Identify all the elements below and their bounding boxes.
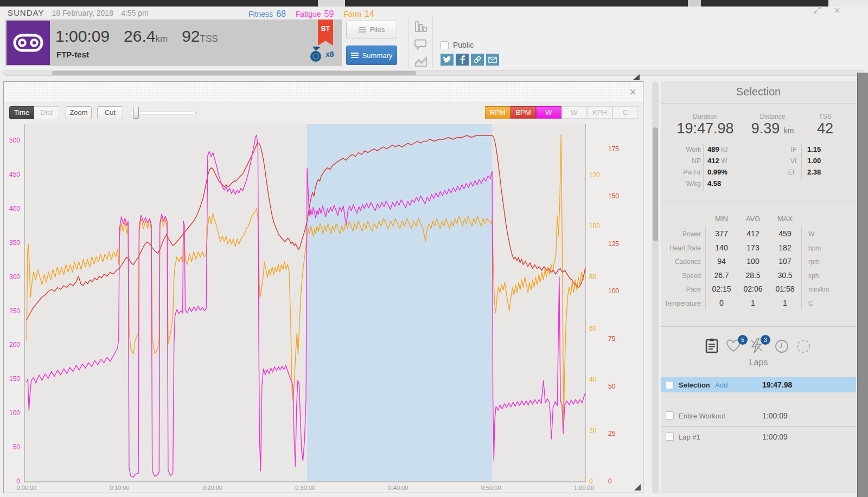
heart_rate-axis-tick-label: 150: [608, 192, 619, 200]
lap-row-lap1[interactable]: Lap #1 1:00:09: [661, 428, 856, 446]
cadence-axis-tick-label: 40: [589, 376, 597, 383]
comment-icon[interactable]: [414, 38, 427, 51]
fatigue-label: Fatigue: [296, 10, 321, 18]
heart_rate-axis-tick-label: 50: [608, 383, 616, 390]
cadence-axis-tick-label: 20: [589, 427, 597, 434]
twitter-share-button[interactable]: [441, 54, 454, 66]
resize-grip-top[interactable]: [633, 74, 640, 80]
files-button[interactable]: Files: [346, 21, 397, 38]
tss-value: 92: [182, 27, 200, 45]
x-axis-tick-label: 0:20:00: [202, 485, 222, 491]
power-axis-tick-label: 250: [9, 307, 20, 315]
stat-label-if: IF: [756, 146, 796, 153]
lap-row-selection[interactable]: Selection Add 19:47.98: [661, 377, 856, 392]
heart_rate-axis-tick-label: 125: [608, 240, 619, 248]
facebook-share-button[interactable]: [456, 54, 469, 66]
lap-selection-checkbox[interactable]: [666, 381, 674, 389]
power-axis-tick-label: 200: [9, 341, 20, 348]
stat-value-if: 1.15: [807, 145, 821, 153]
link-share-button[interactable]: [471, 54, 484, 66]
date-label: 18 February, 2018: [52, 9, 113, 17]
workout-title: FTP-test: [56, 50, 89, 59]
selection-sidebar: Selection Duration 19:47.98 Distance 9.3…: [661, 81, 856, 493]
fatigue-value: 59: [324, 9, 334, 18]
expand-icon[interactable]: [813, 5, 822, 15]
minmax-max-pace: 01:58: [770, 285, 800, 293]
bar-chart-icon[interactable]: [414, 20, 427, 34]
minmax-min-cadence: 94: [706, 257, 737, 266]
email-share-button[interactable]: [486, 54, 499, 66]
app-window: × SUNDAY 18 February, 2018 4:55 pm Fitne…: [0, 0, 868, 497]
minmax-header-avg: AVG: [738, 215, 768, 223]
selection-tss-value: 42: [803, 120, 847, 137]
files-button-label: Files: [370, 25, 385, 34]
share-buttons: [441, 54, 499, 66]
minmax-min-temperature: 0: [706, 299, 737, 307]
medal-count: x8: [326, 50, 334, 59]
view-icons-column: [408, 16, 433, 68]
stat-label-np: NP: [661, 157, 701, 165]
date-line: SUNDAY 18 February, 2018 4:55 pm: [8, 8, 149, 17]
distance-label: Distance: [744, 113, 801, 120]
x-axis-tick-label: 0:50:00: [481, 485, 501, 491]
minmax-unit-pace: min/km: [808, 286, 829, 293]
selection-duration-value: 19:47.98: [668, 120, 742, 137]
heart_rate-axis-tick-label: 175: [608, 145, 619, 153]
minmax-unit-temperature: C: [808, 300, 813, 307]
horizontal-scrollbar[interactable]: [3, 70, 865, 76]
clock-icon[interactable]: [775, 339, 789, 353]
sidebar-title: Selection: [661, 86, 856, 98]
tss-unit: TSS: [200, 34, 218, 44]
chart-selection-region[interactable]: [307, 124, 492, 481]
divider: [801, 227, 802, 309]
notes-icon[interactable]: [705, 338, 718, 353]
lap-add-link[interactable]: Add: [715, 381, 727, 389]
minmax-max-speed: 30.5: [770, 271, 800, 280]
stat-label-w/kg: W/kg: [661, 180, 701, 188]
lap1-checkbox[interactable]: [666, 433, 674, 441]
weekday-label: SUNDAY: [8, 8, 44, 17]
minmax-avg-heart-rate: 173: [738, 243, 768, 252]
heart_rate-axis-tick-label: 0: [608, 477, 612, 485]
dashed-circle-icon[interactable]: [796, 339, 810, 353]
close-icon[interactable]: ×: [832, 5, 842, 15]
horizontal-scrollbar-thumb[interactable]: [52, 71, 416, 75]
mail-icon: [488, 56, 497, 63]
minmax-label-cadence: Cadence: [658, 258, 701, 266]
minmax-header-max: MAX: [770, 215, 800, 223]
laps-title: Laps: [661, 358, 856, 367]
minmax-unit-speed: kph: [808, 272, 819, 280]
entire-workout-checkbox[interactable]: [666, 411, 674, 419]
public-checkbox[interactable]: [441, 41, 449, 49]
chainlink-icon: [12, 33, 44, 53]
workout-chart[interactable]: 0501001502002503003504004505000204060801…: [4, 82, 643, 493]
heart_rate-axis-tick-label: 25: [608, 430, 616, 437]
x-axis-tick-label: 1:00:00: [574, 485, 594, 491]
summary-button[interactable]: Summary: [346, 46, 397, 65]
vertical-scrollbar-thumb[interactable]: [653, 127, 658, 241]
fitness-value: 68: [276, 9, 286, 18]
power-axis-tick-label: 50: [13, 443, 21, 451]
lap-row-entire-workout[interactable]: Entire Workout 1:00:09: [661, 407, 856, 424]
duration-value: 1:00:09: [55, 27, 110, 45]
stat-label-ef: EF: [756, 169, 796, 176]
heart_rate-axis-tick-label: 75: [608, 335, 616, 343]
minmax-avg-temperature: 1: [738, 299, 768, 307]
selection-distance-value: 9.39 km: [742, 120, 803, 137]
chart-panel: × Time Dist Zoom Cut RPMBPMWWKPHC 050100…: [3, 81, 643, 493]
window-right-strip: [857, 73, 868, 497]
resize-grip-bottom-right[interactable]: [634, 484, 641, 490]
trend-chart-icon[interactable]: [414, 55, 427, 68]
fitness-label: Fitness: [248, 10, 273, 18]
window-top-notch: [318, 0, 345, 7]
minmax-min-power: 377: [706, 229, 737, 238]
minmax-max-heart-rate: 182: [770, 243, 800, 252]
minmax-label-temperature: Temperature: [658, 300, 701, 307]
link-icon: [473, 55, 482, 64]
stat-value-vi: 1.00: [807, 157, 821, 165]
cadence-axis-tick-label: 120: [589, 171, 600, 179]
minmax-avg-power: 412: [738, 229, 768, 238]
tss-label: TSS: [803, 113, 847, 120]
minmax-unit-power: W: [808, 230, 814, 238]
minmax-header-min: MIN: [706, 215, 737, 223]
